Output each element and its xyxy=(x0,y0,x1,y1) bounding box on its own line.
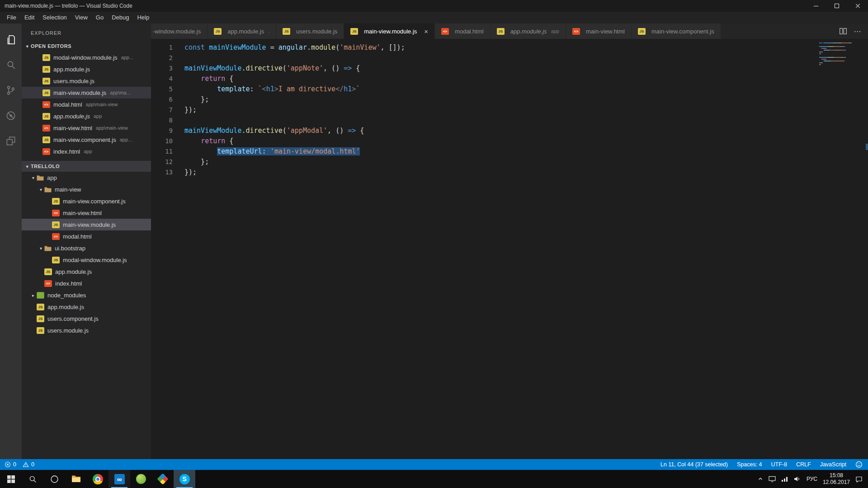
code-line-5[interactable]: 5 template: `<h1>I am directive</h1>` xyxy=(151,84,868,94)
open-editor-item-modal-window.module.js[interactable]: JSmodal-window.module.jsapp... xyxy=(22,52,151,63)
action-center-icon[interactable] xyxy=(855,476,863,483)
line-number[interactable]: 8 xyxy=(151,115,173,126)
line-number[interactable]: 1 xyxy=(151,42,173,53)
tab--window.module.js[interactable]: -window.module.js xyxy=(151,23,207,39)
taskbar-skype-icon[interactable]: S xyxy=(174,470,195,488)
minimap[interactable] xyxy=(819,42,861,66)
tree-file-users.component.js[interactable]: JSusers.component.js xyxy=(22,313,151,324)
tree-file-app.module.js[interactable]: JSapp.module.js xyxy=(22,266,151,277)
indentation[interactable]: Spaces: 4 xyxy=(737,461,762,468)
activitybar-source-control-icon[interactable] xyxy=(0,78,22,103)
code-line-10[interactable]: 10 return { xyxy=(151,136,868,146)
language-mode[interactable]: JavaScript xyxy=(820,461,846,468)
code-line-11[interactable]: 11 templateUrl: 'main-view/modal.html' xyxy=(151,146,868,157)
tree-file-main-view.module.js[interactable]: JSmain-view.module.js xyxy=(22,219,151,230)
code-line-9[interactable]: 9mainViewModule.directive('appModal', ()… xyxy=(151,126,868,136)
menu-view[interactable]: View xyxy=(71,12,92,23)
code-editor[interactable]: 1const mainViewModule = angular.module('… xyxy=(151,39,868,459)
line-number[interactable]: 7 xyxy=(151,105,173,115)
tab-main-view.html[interactable]: <>main-view.html xyxy=(566,23,631,39)
taskbar-green-app-icon[interactable] xyxy=(130,470,152,488)
network-icon[interactable] xyxy=(781,476,788,482)
tree-file-modal.html[interactable]: <>modal.html xyxy=(22,230,151,242)
open-editor-item-users.module.js[interactable]: JSusers.module.js xyxy=(22,75,151,87)
taskbar-dev-app-icon[interactable] xyxy=(152,470,174,488)
problems-errors[interactable]: 0 xyxy=(5,461,16,468)
open-editor-item-main-view.html[interactable]: <>main-view.htmlapp\main-view xyxy=(22,122,151,134)
taskbar-start-icon[interactable] xyxy=(0,470,22,488)
line-number[interactable]: 4 xyxy=(151,74,173,84)
code-line-3[interactable]: 3mainViewModule.directive('appNote', () … xyxy=(151,63,868,74)
code-line-2[interactable]: 2 xyxy=(151,53,868,63)
tree-file-modal-window.module.js[interactable]: JSmodal-window.module.js xyxy=(22,254,151,266)
activitybar-debug-icon[interactable] xyxy=(0,103,22,128)
volume-icon[interactable] xyxy=(794,476,801,482)
code-line-6[interactable]: 6 }; xyxy=(151,94,868,105)
close-tab-icon[interactable]: × xyxy=(424,28,428,35)
open-editor-item-main-view.component.js[interactable]: JSmain-view.component.jsapp... xyxy=(22,134,151,145)
maximize-button[interactable] xyxy=(826,0,847,12)
tree-folder-main-view[interactable]: ▾main-view xyxy=(22,183,151,195)
activitybar-extensions-icon[interactable] xyxy=(0,128,22,154)
tab-users.module.js[interactable]: JSusers.module.js xyxy=(276,23,344,39)
line-number[interactable]: 11 xyxy=(151,146,173,157)
line-number[interactable]: 3 xyxy=(151,63,173,74)
problems-warnings[interactable]: 0 xyxy=(23,461,34,468)
menu-debug[interactable]: Debug xyxy=(108,12,133,23)
keyboard-language[interactable]: РУС xyxy=(807,476,817,482)
tree-file-main-view.component.js[interactable]: JSmain-view.component.js xyxy=(22,195,151,207)
open-editor-item-modal.html[interactable]: <>modal.htmlapp\main-view xyxy=(22,99,151,110)
monitor-icon[interactable] xyxy=(769,476,776,482)
eol-sequence[interactable]: CRLF xyxy=(796,461,811,468)
open-editor-item-app.module.js[interactable]: JSapp.module.jsapp xyxy=(22,110,151,122)
tree-folder-ui.bootstrap[interactable]: ▾ui.bootstrap xyxy=(22,242,151,254)
hidden-icons-chevron-icon[interactable] xyxy=(758,476,763,482)
open-editor-item-app.module.js[interactable]: JSapp.module.js xyxy=(22,63,151,75)
menu-selection[interactable]: Selection xyxy=(38,12,71,23)
tree-file-users.module.js[interactable]: JSusers.module.js xyxy=(22,324,151,336)
cursor-position[interactable]: Ln 11, Col 44 (37 selected) xyxy=(660,461,728,468)
clock[interactable]: 15:08 12.06.2017 xyxy=(823,472,850,486)
tree-file-index.html[interactable]: <>index.html xyxy=(22,277,151,289)
taskbar-search-icon[interactable] xyxy=(22,470,43,488)
line-number[interactable]: 12 xyxy=(151,157,173,167)
tree-file-main-view.html[interactable]: <>main-view.html xyxy=(22,207,151,219)
code-line-8[interactable]: 8 xyxy=(151,115,868,126)
line-number[interactable]: 13 xyxy=(151,167,173,178)
tab-app.module.js[interactable]: JSapp.module.jsapp xyxy=(491,23,566,39)
taskbar-cortana-icon[interactable] xyxy=(43,470,65,488)
tab-main-view.component.js[interactable]: JSmain-view.component.js xyxy=(632,23,721,39)
feedback-smiley-icon[interactable] xyxy=(855,461,863,468)
code-line-4[interactable]: 4 return { xyxy=(151,74,868,84)
taskbar-vscode-icon[interactable]: ∞ xyxy=(108,470,130,488)
encoding[interactable]: UTF-8 xyxy=(771,461,787,468)
close-button[interactable] xyxy=(847,0,868,12)
line-number[interactable]: 2 xyxy=(151,53,173,63)
open-editor-item-main-view.module.js[interactable]: JSmain-view.module.jsapp\ma... xyxy=(22,87,151,99)
minimize-button[interactable] xyxy=(806,0,826,12)
code-line-13[interactable]: 13}); xyxy=(151,167,868,178)
tab-main-view.module.js[interactable]: JSmain-view.module.js× xyxy=(344,23,434,39)
line-number[interactable]: 10 xyxy=(151,136,173,146)
line-number[interactable]: 9 xyxy=(151,126,173,136)
more-actions-icon[interactable]: ⋯ xyxy=(851,25,864,37)
code-line-1[interactable]: 1const mainViewModule = angular.module('… xyxy=(151,42,868,53)
workspace-root-header[interactable]: ▾ TRELLOLO xyxy=(22,161,151,172)
open-editors-header[interactable]: ▾ OPEN EDITORS xyxy=(22,41,151,52)
line-number[interactable]: 5 xyxy=(151,84,173,94)
tree-folder-node_modules[interactable]: ▸node_modules xyxy=(22,289,151,301)
menu-file[interactable]: File xyxy=(3,12,20,23)
menu-help[interactable]: Help xyxy=(133,12,153,23)
split-editor-icon[interactable] xyxy=(836,25,850,37)
activitybar-search-icon[interactable] xyxy=(0,52,22,78)
menu-go[interactable]: Go xyxy=(92,12,108,23)
activitybar-explorer-icon[interactable] xyxy=(0,27,22,52)
tab-modal.html[interactable]: <>modal.html xyxy=(435,23,490,39)
line-number[interactable]: 6 xyxy=(151,94,173,105)
open-editor-item-index.html[interactable]: <>index.htmlapp xyxy=(22,145,151,157)
code-line-7[interactable]: 7}); xyxy=(151,105,868,115)
menu-edit[interactable]: Edit xyxy=(20,12,38,23)
code-line-12[interactable]: 12 }; xyxy=(151,157,868,167)
taskbar-file-explorer-icon[interactable] xyxy=(65,470,87,488)
tab-app.module.js[interactable]: JSapp.module.js. xyxy=(208,23,276,39)
